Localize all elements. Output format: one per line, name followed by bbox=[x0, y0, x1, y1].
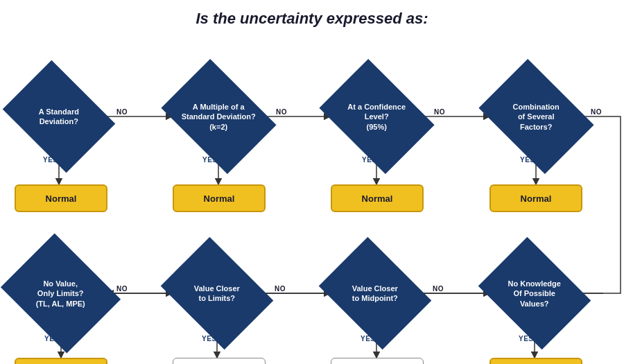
yes-label-d6: YES bbox=[202, 335, 217, 343]
result-label-r3: Normal bbox=[362, 193, 393, 204]
yes-label-d2: YES bbox=[202, 156, 218, 164]
yes-label-d7: YES bbox=[361, 335, 376, 343]
no-label-d1-d2: NO bbox=[116, 108, 128, 116]
result-rectangular-triangle: Rectangular orTriangle bbox=[331, 358, 424, 364]
yes-label-d5: YES bbox=[44, 335, 60, 343]
diamond-confidence-level: At a ConfidenceLevel?(95%) bbox=[330, 82, 424, 151]
diamond-label-d8: No KnowledgeOf PossibleValues? bbox=[495, 279, 574, 309]
diamond-standard-deviation: A StandardDeviation? bbox=[14, 82, 104, 151]
diamond-label-d3: At a ConfidenceLevel?(95%) bbox=[336, 102, 418, 132]
diamond-label-d4: Combinationof SeveralFactors? bbox=[495, 102, 578, 132]
diamond-label-d1: A StandardDeviation? bbox=[19, 107, 98, 127]
diamond-combination-factors: Combinationof SeveralFactors? bbox=[489, 82, 583, 151]
result-rectangular-2: Rectangular bbox=[489, 358, 582, 364]
no-label-d7-d8: NO bbox=[433, 285, 444, 293]
yes-label-d4: YES bbox=[520, 156, 535, 164]
result-rectangular-u-shaped: Rectangular orU-Shaped bbox=[173, 358, 266, 364]
diamond-label-d7: Value Closerto Midpoint? bbox=[336, 284, 415, 304]
diamond-label-d6: Value Closerto Limits? bbox=[177, 284, 257, 304]
yes-label-d8: YES bbox=[519, 335, 534, 343]
diamond-label-d2: A Multiple of aStandard Deviation?(k=2) bbox=[177, 102, 260, 132]
flowchart: A StandardDeviation? A Multiple of aStan… bbox=[0, 33, 624, 359]
diamond-value-closer-midpoint: Value Closerto Midpoint? bbox=[330, 259, 420, 328]
diamond-no-knowledge: No KnowledgeOf PossibleValues? bbox=[489, 259, 580, 328]
result-normal-2: Normal bbox=[173, 184, 266, 212]
yes-label-d3: YES bbox=[362, 156, 377, 164]
result-normal-3: Normal bbox=[331, 184, 424, 212]
page-title: Is the uncertainty expressed as: bbox=[0, 0, 624, 33]
diamond-multiple-std: A Multiple of aStandard Deviation?(k=2) bbox=[172, 82, 266, 151]
no-label-d6-d7: NO bbox=[275, 285, 286, 293]
result-label-r1: Normal bbox=[46, 193, 77, 204]
result-normal-1: Normal bbox=[15, 184, 107, 212]
diamond-no-value-limits: No Value,Only Limits?(TL, AL, MPE) bbox=[14, 255, 107, 331]
yes-label-d1: YES bbox=[43, 156, 58, 164]
result-label-r4: Normal bbox=[521, 193, 552, 204]
result-label-r2: Normal bbox=[204, 193, 235, 204]
result-normal-4: Normal bbox=[489, 184, 582, 212]
no-label-d3-d4: NO bbox=[434, 108, 445, 116]
diamond-value-closer-limits: Value Closerto Limits? bbox=[172, 259, 262, 328]
no-label-d2-d3: NO bbox=[276, 108, 287, 116]
no-label-d4-right: NO bbox=[591, 108, 602, 116]
result-rectangular-1: Rectangular bbox=[15, 358, 107, 364]
diamond-label-d5: No Value,Only Limits?(TL, AL, MPE) bbox=[19, 279, 102, 309]
no-label-d5-d6: NO bbox=[116, 285, 128, 293]
